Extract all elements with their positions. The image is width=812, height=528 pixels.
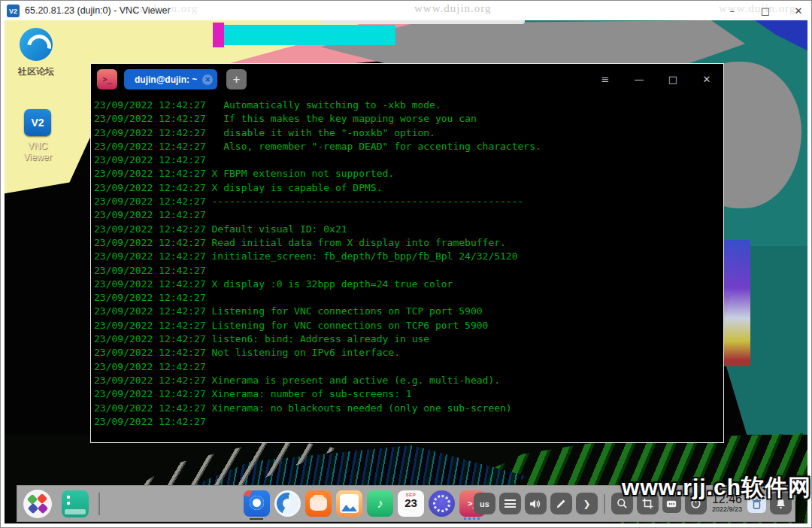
terminal-menu-icon[interactable]: ≡	[599, 74, 611, 85]
log-line: 23/09/2022 12:42:27 Not listening on IPv…	[94, 346, 723, 360]
calendar-day: 23	[404, 497, 417, 509]
photos-icon[interactable]	[335, 487, 363, 520]
terminal-output[interactable]: 23/09/2022 12:42:27 Automatically switch…	[91, 95, 723, 442]
desktop-background-layer	[224, 25, 395, 45]
app-store-icon[interactable]	[243, 487, 271, 520]
clock-date: 2022/9/23	[712, 506, 742, 513]
watermark-rjj: www.rjj.ch软件网	[622, 472, 811, 503]
keyboard-layout[interactable]: us	[474, 493, 495, 514]
control-center-icon[interactable]	[428, 487, 456, 520]
pen-icon[interactable]	[550, 493, 572, 514]
terminal-maximize-button[interactable]: □	[667, 74, 679, 85]
log-line: 23/09/2022 12:42:27 X display is capable…	[94, 181, 723, 195]
browser-icon[interactable]	[274, 487, 301, 520]
log-line: 23/09/2022 12:42:27 X FBPM extension not…	[94, 167, 723, 181]
vnc-app-icon: V2	[7, 5, 20, 17]
log-line: 23/09/2022 12:42:27 Xinerama: no blackou…	[94, 402, 723, 415]
log-line: 23/09/2022 12:42:27 Default visual ID: 0…	[94, 223, 723, 236]
log-line: 23/09/2022 12:42:27 Read initial data fr…	[94, 236, 723, 250]
log-line: 23/09/2022 12:42:27	[94, 264, 723, 278]
terminal-tab-title: dujin@dujin: ~	[135, 74, 197, 85]
remote-desktop[interactable]: 社区论坛 V2 VNC Viewer >_ dujin@dujin: ~ ✕ +…	[5, 20, 807, 523]
music-icon[interactable]: ♪	[366, 487, 394, 520]
terminal-close-button[interactable]: ✕	[701, 74, 713, 85]
community-forum-label: 社区论坛	[5, 65, 68, 78]
log-line: 23/09/2022 12:42:27 Also, remember "-rem…	[94, 140, 723, 153]
log-line: 23/09/2022 12:42:27 --------------------…	[94, 195, 723, 208]
new-tab-button[interactable]: +	[226, 69, 247, 90]
volume-icon[interactable]	[525, 493, 547, 514]
file-manager-icon[interactable]	[304, 487, 332, 520]
vnc-toolbar-tab[interactable]	[320, 20, 525, 24]
log-line: 23/09/2022 12:42:27 disable it with the …	[94, 126, 723, 140]
watermark-dujin-3: www.dujin.org	[719, 2, 796, 15]
log-line: 23/09/2022 12:42:27	[94, 153, 723, 167]
vnc-viewer-label-line1: VNC	[6, 141, 69, 152]
log-line: 23/09/2022 12:42:27 Xinerama: number of …	[94, 387, 723, 401]
watermark-dujin-1: www.dujin.org	[121, 2, 198, 15]
terminal-window[interactable]: >_ dujin@dujin: ~ ✕ + ≡ — □ ✕ 23/09/2022…	[90, 63, 724, 443]
community-forum-icon	[20, 28, 53, 61]
log-line: 23/09/2022 12:42:27 initialize_screen: f…	[94, 250, 723, 263]
log-line: 23/09/2022 12:42:27	[94, 208, 723, 222]
log-line: 23/09/2022 12:42:27	[94, 291, 723, 305]
log-line: 23/09/2022 12:42:27 listen6: bind: Addre…	[94, 332, 723, 346]
multitasking-view-icon[interactable]	[62, 490, 89, 517]
desktop-background-layer	[213, 23, 224, 47]
log-line: 23/09/2022 12:42:27 X display :0 is 32bp…	[94, 278, 723, 291]
running-indicator	[250, 518, 263, 520]
tray-divider	[604, 494, 605, 514]
chevron-expand-icon[interactable]: ❯	[576, 493, 598, 514]
log-line: 23/09/2022 12:42:27 Xinerama is present …	[94, 374, 723, 387]
log-line: 23/09/2022 12:42:27 If this makes the ke…	[94, 112, 723, 126]
virtual-keyboard-icon[interactable]	[499, 493, 521, 514]
vnc-viewer-icon: V2	[24, 109, 51, 136]
watermark-dujin-2: www.dujin.org	[414, 2, 492, 15]
launcher-icon[interactable]	[23, 490, 52, 518]
desktop-icon-vnc-viewer[interactable]: V2 VNC Viewer	[6, 109, 69, 163]
log-line: 23/09/2022 12:42:27 Listening for VNC co…	[94, 319, 723, 332]
terminal-titlebar[interactable]: >_ dujin@dujin: ~ ✕ + ≡ — □ ✕	[91, 64, 723, 95]
calendar-icon[interactable]: SEP 23	[397, 487, 425, 520]
taskbar-divider	[98, 493, 100, 515]
vnc-viewer-label-line2: Viewer	[6, 152, 69, 163]
terminal-tab[interactable]: dujin@dujin: ~ ✕	[124, 69, 217, 90]
log-line: 23/09/2022 12:42:27 Listening for VNC co…	[94, 305, 723, 318]
log-line: 23/09/2022 12:42:27	[94, 360, 723, 374]
desktop-icon-community-forum[interactable]: 社区论坛	[5, 28, 68, 78]
terminal-minimize-button[interactable]: —	[633, 74, 645, 85]
log-line: 23/09/2022 12:42:27	[94, 415, 723, 429]
terminal-app-icon: >_	[97, 69, 117, 90]
tab-close-icon[interactable]: ✕	[202, 74, 213, 85]
log-line: 23/09/2022 12:42:27 Automatically switch…	[94, 99, 723, 112]
